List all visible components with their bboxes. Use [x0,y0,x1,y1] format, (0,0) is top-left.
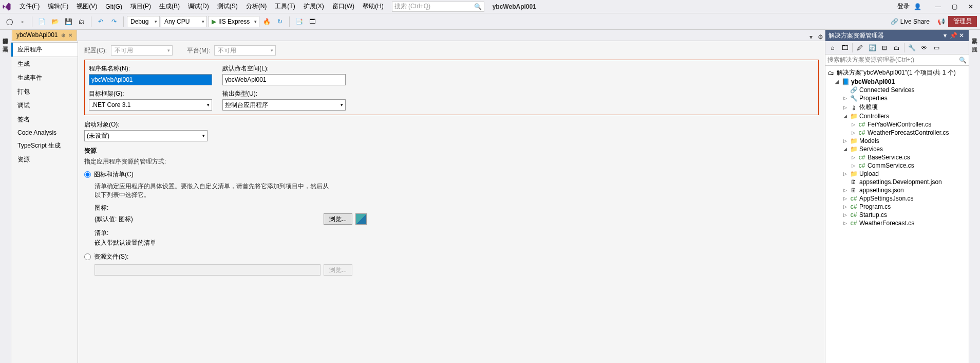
radio-icon-manifest[interactable] [84,171,91,178]
close-tab-icon[interactable]: ✕ [68,32,72,38]
sync-icon[interactable]: 🔄 [867,43,877,53]
nav-application[interactable]: 应用程序 [11,42,78,57]
hot-reload-icon[interactable]: 🔥 [260,15,273,28]
output-type-select[interactable]: 控制台应用程序 [222,99,346,111]
file-baseservice[interactable]: ▷c#BaseService.cs [825,153,969,161]
tab-overflow-icon[interactable]: ▾ [806,33,816,41]
menu-analyze[interactable]: 分析(N) [242,0,271,13]
menu-extensions[interactable]: 扩展(X) [299,0,328,13]
file-appsettings-dev[interactable]: 🗎appsettings.Development.json [825,178,969,186]
menu-edit[interactable]: 编辑(E) [44,0,72,13]
menu-window[interactable]: 窗口(W) [328,0,359,13]
collapse-all-icon[interactable]: ⊟ [879,43,890,53]
icon-browse-button[interactable]: 浏览... [324,213,352,225]
properties-tab[interactable]: 属性 [969,38,980,46]
properties-icon[interactable]: 🔧 [907,43,917,53]
icon-select[interactable]: (默认值: 图标) [95,215,321,224]
file-weatherforecastcontroller[interactable]: ▷c#WeatherForecastController.cs [825,129,969,137]
file-feiyaowei[interactable]: ▷c#FeiYaoWeiController.cs [825,120,969,129]
panel-pin-icon[interactable]: 📌 [949,32,957,39]
toolbox-tab[interactable]: 工具箱 [0,38,11,46]
chevron-right-icon[interactable]: ▷ [842,105,848,110]
save-icon[interactable]: 💾 [62,15,74,28]
connected-services-node[interactable]: 🔗Connected Services [825,86,969,94]
pin-icon[interactable]: ⊕ [61,32,65,38]
show-all-icon[interactable]: 🗀 [892,43,902,53]
config-dropdown[interactable]: Debug [127,16,160,27]
menu-help[interactable]: 帮助(H) [359,0,388,13]
models-folder[interactable]: ▷📁Models [825,137,969,145]
menu-tools[interactable]: 工具(T) [271,0,299,13]
quick-search-input[interactable]: 搜索 (Ctrl+Q) 🔍 [392,2,484,12]
user-icon[interactable]: 👤 [914,3,921,10]
nav-typescript[interactable]: TypeScript 生成 [11,139,78,153]
browser-refresh-icon[interactable]: ↻ [274,15,286,28]
misc-tool2-icon[interactable]: 🗔 [306,15,318,28]
chevron-down-icon[interactable]: ◢ [834,79,840,84]
file-program-cs[interactable]: ▷c#Program.cs [825,203,969,211]
file-appsettingsjson-cs[interactable]: ▷c#AppSettingsJson.cs [825,194,969,203]
preview-icon[interactable]: 👁 [919,43,929,53]
save-all-icon[interactable]: 🗂 [76,15,88,28]
diagnostics-tab[interactable]: 诊断工具 [969,30,980,38]
nav-build[interactable]: 生成 [11,57,78,71]
target-framework-select[interactable]: .NET Core 3.1 [89,99,212,111]
nav-package[interactable]: 打包 [11,85,78,99]
services-folder[interactable]: ◢📁Services [825,145,969,153]
solution-search-input[interactable]: 搜索解决方案资源管理器(Ctrl+;) 🔍 [825,55,969,66]
server-explorer-tab[interactable]: 服务器资源管理器 [0,30,11,38]
platform-dropdown[interactable]: Any CPU [161,16,207,27]
nav-signing[interactable]: 签名 [11,113,78,126]
nav-debug[interactable]: 调试 [11,99,78,113]
upload-folder[interactable]: ▷📁Upload [825,170,969,178]
nav-back-icon[interactable]: ◯ [3,15,15,28]
switch-view-icon[interactable]: 🗔 [840,43,850,53]
redo-icon[interactable]: ↷ [108,15,120,28]
menu-file[interactable]: 文件(F) [15,0,44,13]
run-button[interactable]: ▶IIS Express [208,16,259,27]
close-button[interactable]: ✕ [964,2,978,12]
nav-build-events[interactable]: 生成事件 [11,71,78,85]
group-icon[interactable]: ▭ [931,43,941,53]
startup-object-select[interactable]: (未设置) [84,130,208,141]
solution-root[interactable]: 🗂解决方案"ybcWebApi001"(1 个项目/共 1 个) [825,68,969,78]
file-appsettings[interactable]: ▷🗎appsettings.json [825,186,969,194]
controllers-folder[interactable]: ◢📁Controllers [825,112,969,120]
maximize-button[interactable]: ▢ [947,2,962,12]
menu-project[interactable]: 项目(P) [126,0,155,13]
menu-debug[interactable]: 调试(D) [184,0,213,13]
pending-changes-icon[interactable]: 🖉 [855,43,865,53]
nav-code-analysis[interactable]: Code Analysis [11,126,78,139]
nav-fwd-icon[interactable]: ▸ [16,15,29,28]
menu-test[interactable]: 测试(S) [213,0,242,13]
minimize-button[interactable]: — [931,2,945,12]
properties-node[interactable]: ▷🔧Properties [825,94,969,102]
undo-icon[interactable]: ↶ [95,15,107,28]
radio-resource-file[interactable] [84,253,91,260]
feedback-icon[interactable]: 📢 [935,15,947,28]
home-icon[interactable]: ⌂ [827,43,838,53]
dependencies-node[interactable]: ▷⚷依赖项 [825,102,969,112]
file-commservice[interactable]: ▷c#CommService.cs [825,161,969,170]
chevron-right-icon[interactable]: ▷ [842,96,848,101]
menu-build[interactable]: 生成(B) [155,0,184,13]
file-startup-cs[interactable]: ▷c#Startup.cs [825,211,969,219]
panel-dropdown-icon[interactable]: ▾ [941,32,949,39]
default-namespace-input[interactable] [222,74,346,85]
file-weatherforecast-cs[interactable]: ▷c#WeatherForecast.cs [825,219,969,227]
project-node[interactable]: ◢📘ybcWebApi001 [825,78,969,86]
misc-tool-icon[interactable]: 📑 [293,15,305,28]
new-project-icon[interactable]: 📄 [35,15,48,28]
open-icon[interactable]: 📂 [49,15,61,28]
menu-git[interactable]: Git(G) [101,1,126,12]
liveshare-button[interactable]: 🔗 Live Share [891,18,930,25]
signin-link[interactable]: 登录 [897,2,910,11]
menu-view[interactable]: 视图(V) [72,0,101,13]
tab-gear-icon[interactable]: ⚙ [816,33,825,41]
nav-resources[interactable]: 资源 [11,153,78,167]
chevron-down-icon[interactable]: ◢ [842,114,848,119]
manifest-select[interactable]: 嵌入带默认设置的清单 [95,239,321,247]
assembly-name-input[interactable] [89,74,212,85]
doc-tab-project[interactable]: ybcWebApi001 ⊕ ✕ [12,30,77,41]
panel-close-icon[interactable]: ✕ [957,32,966,39]
